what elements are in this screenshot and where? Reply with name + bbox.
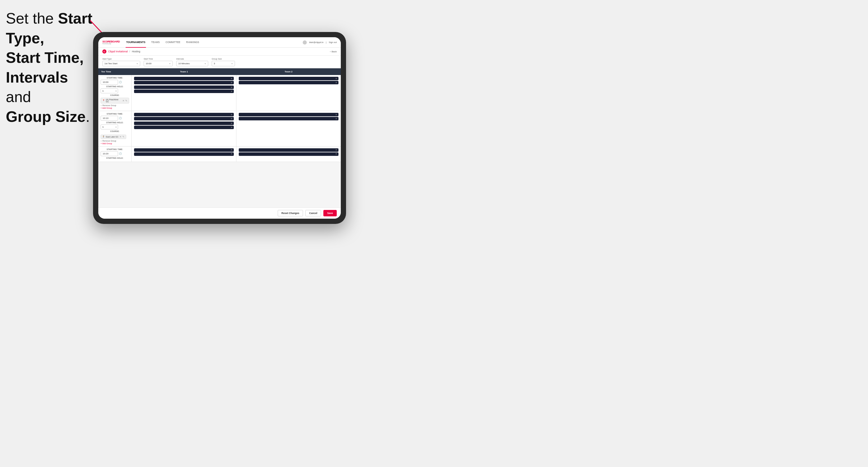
remove-player-3-1[interactable]: ✕ [230, 114, 232, 116]
remove-player-1-2[interactable]: ✕ [230, 82, 232, 84]
user-email: blair@clippd.io [309, 41, 323, 43]
player-row-2-1: ✕ [239, 77, 339, 80]
intervals-select[interactable]: 10 Minutes 8 Minutes 12 Minutes [176, 61, 208, 66]
remove-player-4-1[interactable]: ✕ [335, 114, 337, 116]
remove-player-1-1[interactable]: ✕ [230, 77, 232, 80]
group-left-2: STARTING TIME: 🕙 STARTING HOLE: 1210 COU… [98, 111, 132, 147]
starting-hole-label-1: STARTING HOLE: [101, 86, 129, 88]
col-tee-time: Tee Time [98, 68, 132, 75]
starting-hole-row-2: 1210 [101, 124, 129, 129]
player-row-3-2: ✕ [134, 117, 234, 120]
remove-player-3-2[interactable]: ✕ [230, 118, 232, 120]
player-row-1-4: ✕ [134, 90, 234, 93]
player-row-2-2: ✕ [239, 81, 339, 84]
breadcrumb-separator: / [129, 50, 130, 53]
remove-player-3-4[interactable]: ✕ [230, 126, 232, 129]
remove-group-label-1: Remove Group [102, 104, 116, 106]
back-label: Back [332, 50, 337, 53]
team2-cell-3: ✕ ✕ [237, 147, 341, 162]
pin-icon-2: 🏌 [102, 135, 105, 138]
player-row-1-2: ✕ [134, 81, 234, 84]
remove-player-6-2[interactable]: ✕ [335, 153, 337, 155]
pin-icon-1: 📍 [102, 99, 105, 102]
player-row-4-2: ✕ [239, 117, 339, 120]
clock-icon-1: 🕙 [119, 81, 122, 84]
remove-player-1-4[interactable]: ✕ [230, 90, 232, 93]
starting-time-input-1[interactable] [101, 80, 118, 85]
settings-bar: Start Type 1st Tee Start Shotgun Start S… [98, 56, 341, 68]
remove-group-label-2: Remove Group [102, 140, 116, 142]
nav-bar: SCOREBOARD Powered by clipp TOURNAMENTS … [98, 37, 341, 48]
edit-course-1[interactable]: ✎ [125, 99, 127, 102]
start-time-label: Start Time [144, 58, 173, 60]
nav-separator: | [326, 41, 327, 43]
player-row-3-1: ✕ [134, 113, 234, 116]
remove-player-4-2[interactable]: ✕ [335, 118, 337, 120]
player-row-6-1: ✕ [239, 148, 339, 152]
tab-tournaments[interactable]: TOURNAMENTS [126, 37, 146, 48]
course-tag-1: 📍 (A) Peachtree GC ✕ ✎ [101, 98, 129, 103]
remove-player-2-2[interactable]: ✕ [335, 82, 337, 84]
tee-table: Tee Time Team 1 Team 2 [98, 68, 341, 75]
team1-cell-1: ✕ ✕ ✕ ✕ [132, 75, 237, 111]
save-button[interactable]: Save [323, 210, 337, 216]
tab-committee[interactable]: COMMITTEE [165, 37, 181, 48]
add-group-2[interactable]: Add Group [101, 143, 129, 145]
group-size-label: Group Size [212, 58, 235, 60]
starting-hole-label-3: STARTING HOLE: [101, 157, 129, 159]
tablet-screen: SCOREBOARD Powered by clipp TOURNAMENTS … [98, 37, 341, 219]
instruction-text: Set the Start Type, Start Time, Interval… [6, 9, 96, 127]
clock-icon-2: 🕙 [119, 117, 122, 120]
reset-changes-button[interactable]: Reset Changes [278, 210, 303, 216]
remove-player-5-1[interactable]: ✕ [230, 149, 232, 151]
group-right-2: ✕ ✕ ✕ ✕ [132, 111, 341, 147]
logo-text: SCOREBOARD [102, 40, 120, 43]
player-row-5-2: ✕ [134, 152, 234, 156]
sign-out-link[interactable]: Sign out [329, 41, 337, 43]
player-row-1-1: ✕ [134, 77, 234, 80]
starting-hole-select-2[interactable]: 1210 [101, 124, 118, 129]
remove-group-2[interactable]: ○ Remove Group [101, 140, 129, 142]
tournament-name[interactable]: Clippd Invitational [108, 50, 128, 53]
starting-time-label-3: STARTING TIME: [101, 148, 129, 150]
start-time-select[interactable]: 10:00 09:00 11:00 [144, 61, 173, 66]
tab-rankings[interactable]: RANKINGS [186, 37, 199, 48]
back-arrow-icon: ‹ [330, 50, 331, 53]
remove-player-5-2[interactable]: ✕ [230, 153, 232, 155]
remove-player-1-3[interactable]: ✕ [230, 86, 232, 89]
player-row-4-1: ✕ [239, 113, 339, 116]
player-row-6-2: ✕ [239, 152, 339, 156]
user-avatar [303, 40, 307, 44]
starting-time-input-3[interactable] [101, 151, 118, 156]
breadcrumb-section: Hosting [132, 50, 140, 53]
remove-group-icon-2: ○ [101, 140, 102, 142]
instruction-period: . [86, 108, 90, 125]
group-row-1: STARTING TIME: 🕙 STARTING HOLE: 1210 COU… [98, 75, 341, 111]
instruction-and: and [6, 88, 31, 105]
group-size-select[interactable]: 3 2 4 [212, 61, 235, 66]
add-group-1[interactable]: Add Group [101, 107, 129, 109]
logo-powered: Powered by clipp [102, 43, 120, 44]
remove-player-2-1[interactable]: ✕ [335, 77, 337, 80]
remove-player-6-1[interactable]: ✕ [335, 149, 337, 151]
course-tag-2: 🏌 East Lake GC ✕ ✎ [101, 135, 126, 139]
nav-tabs: TOURNAMENTS TEAMS COMMITTEE RANKINGS [126, 37, 303, 48]
app-logo: SCOREBOARD Powered by clipp [102, 40, 120, 44]
team2-cell-2: ✕ ✕ [237, 111, 341, 146]
start-type-select[interactable]: 1st Tee Start Shotgun Start [102, 61, 140, 66]
back-button[interactable]: ‹ Back [330, 50, 337, 53]
course-label-1: COURSE: [101, 94, 129, 96]
edit-course-2[interactable]: ✎ [122, 135, 124, 138]
remove-course-1[interactable]: ✕ [122, 99, 124, 102]
starting-time-input-2[interactable] [101, 116, 118, 121]
remove-group-icon-1: ○ [101, 104, 102, 106]
remove-player-3-3[interactable]: ✕ [230, 122, 232, 125]
intervals-field: Intervals 10 Minutes 8 Minutes 12 Minute… [176, 58, 208, 66]
tab-teams[interactable]: TEAMS [151, 37, 160, 48]
remove-course-2[interactable]: ✕ [120, 135, 122, 138]
cancel-button[interactable]: Cancel [305, 210, 321, 216]
team1-cell-2: ✕ ✕ ✕ ✕ [132, 111, 237, 146]
intervals-label: Intervals [176, 58, 208, 60]
starting-hole-select-1[interactable]: 1210 [101, 88, 118, 93]
remove-group-1[interactable]: ○ Remove Group [101, 104, 129, 106]
